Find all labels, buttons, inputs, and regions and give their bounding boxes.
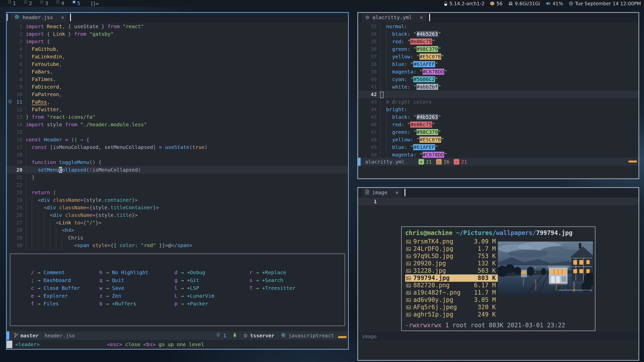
whichkey-item[interactable]: z→Zen <box>99 292 174 300</box>
code-line[interactable]: 44 bright: <box>358 106 638 113</box>
code-line[interactable]: 40 cyan: "#56B6C2" <box>358 75 638 83</box>
close-icon[interactable]: × <box>395 189 398 195</box>
code-line[interactable]: 21 } <box>7 174 348 181</box>
whichkey-item[interactable]: g→+Git <box>174 276 249 284</box>
status-text: Tue September 14 12:00PM <box>575 1 641 6</box>
code-line[interactable]: 1import React, { useState } from "react" <box>7 23 348 30</box>
code-line[interactable]: 48 yellow: "#E5C07B" <box>358 136 638 143</box>
workspace-button-1[interactable]: 1 <box>4 0 20 7</box>
code-line[interactable]: 12 FaTwitter, <box>7 106 348 113</box>
code-line[interactable]: 8 FaTimes, <box>7 75 348 83</box>
close-icon[interactable]: × <box>420 14 423 20</box>
whichkey-item[interactable]: f→Files <box>30 300 99 308</box>
code-line[interactable]: 28 <h4> <box>7 226 348 234</box>
whichkey-item[interactable]: h→No Highlight <box>99 269 174 276</box>
token: }> <box>153 205 159 211</box>
tab-image[interactable]: image × <box>362 188 402 197</box>
token: < <box>50 212 53 218</box>
code-line[interactable]: 25 <div className={style.titleContainer}… <box>7 204 348 211</box>
code-line[interactable]: 42 <box>358 91 638 98</box>
workspace-button-4[interactable]: 4 <box>52 0 68 7</box>
code-line[interactable]: 37 yellow: "#E5C07B" <box>358 53 638 60</box>
buffer-area-image[interactable]: 1 chris@machine ~/Pictures/wallpapers/79… <box>358 197 638 332</box>
workspace-button-3[interactable]: 3 <box>36 0 52 7</box>
code-line[interactable]: 9 FaDiscord, <box>7 83 348 91</box>
whichkey-item[interactable]: p→+Packer <box>174 300 249 308</box>
code-line[interactable]: 47 green: "#98C379" <box>358 128 638 136</box>
code-line[interactable]: 29 Chris <box>7 234 348 242</box>
code-line[interactable]: 22 <box>7 181 348 189</box>
code-line[interactable]: 24 <div className={style.container}> <box>7 196 348 204</box>
tab-alacritty-yml[interactable]: ⚙ alacritty.yml × <box>362 13 427 22</box>
whichkey-item[interactable]: ;→Dashboard <box>30 276 99 284</box>
code-line[interactable]: 19 function toggleMenu() { <box>7 158 348 166</box>
code-line[interactable]: 14import style from "./header.module.les… <box>7 121 348 128</box>
code-line[interactable]: 5 FaLinkedin, <box>7 53 348 60</box>
file-row[interactable]: ad6v90y.jpg3.05 M <box>405 296 595 304</box>
file-row[interactable]: AFq5r6j.jpeg320 K <box>405 304 595 311</box>
code-line[interactable]: 49 blue: "#61AFEF" <box>358 143 638 151</box>
token: , <box>50 69 53 75</box>
code-line[interactable]: 50 magenta: "#C678DD" <box>358 151 638 158</box>
tabline: image × <box>358 188 638 197</box>
whichkey-item[interactable]: r→+Replace <box>249 269 295 276</box>
code-line[interactable]: 45 black: "#4b5263" <box>358 113 638 121</box>
code-area-alacritty[interactable]: 33 normal:34 black: "#4b5263"35 red: "#e… <box>358 22 638 158</box>
whichkey-item[interactable]: T→+Treesitter <box>249 284 295 292</box>
tab-header-jsx[interactable]: header.jsx × <box>11 13 67 22</box>
code-line[interactable]: 11 FaRss, <box>7 98 348 106</box>
code-line[interactable]: 43 # Bright colors <box>358 98 638 106</box>
code-line[interactable]: 30 <span style={{ color: "red" }}>@</spa… <box>7 242 348 249</box>
code-line[interactable]: 3import { <box>7 38 348 45</box>
workspace-button-5[interactable]: 5 <box>68 0 85 7</box>
code-line[interactable]: 33 normal: <box>358 23 638 30</box>
whichkey-item[interactable]: l→+LSP <box>174 284 249 292</box>
code-line[interactable]: 16const Header = () ⇒ { <box>7 136 348 143</box>
code-line[interactable]: 6 FaYoutube, <box>7 60 348 68</box>
code-line[interactable]: 41 white: "#abb2bf" <box>358 83 638 91</box>
code-text: green: "#98C379" <box>377 45 441 53</box>
token: : <box>404 144 410 150</box>
whichkey-item[interactable]: d→+Debug <box>174 269 249 276</box>
file-row[interactable]: aghr5Ip.jpg249 K <box>405 311 595 318</box>
code-line[interactable]: 35 red: "#e06c75" <box>358 38 638 45</box>
code-line[interactable]: 2import { Link } from "gatsby" <box>7 30 348 38</box>
token: = <box>159 144 165 150</box>
whichkey-item[interactable]: b→+Buffers <box>99 300 174 308</box>
code-line[interactable]: 23 return ( <box>7 189 348 196</box>
line-number: 6 <box>13 60 22 68</box>
code-line[interactable]: 1 <box>358 198 638 205</box>
line-number: 25 <box>13 204 22 211</box>
token: " <box>435 61 438 67</box>
whichkey-item[interactable]: w→Save <box>99 284 174 292</box>
token: } <box>98 23 107 29</box>
token: : <box>401 122 407 128</box>
whichkey-item[interactable]: /→Comment <box>30 269 99 276</box>
code-line[interactable]: 27 <Link to={"/"}> <box>7 219 348 226</box>
code-line[interactable]: 26 <div className={style.title}> <box>7 211 348 219</box>
code-line[interactable]: 39 magenta: "#C678DD" <box>358 68 638 75</box>
close-icon[interactable]: × <box>61 14 64 20</box>
code-line[interactable]: 38 blue: "#61AFEF" <box>358 60 638 68</box>
whichkey-item[interactable]: q→Quit <box>99 276 174 284</box>
code-line[interactable]: 17 const [isMenuCollapsed, setMenuCollap… <box>7 143 348 151</box>
tab-label: image <box>372 189 387 195</box>
token: " <box>438 129 441 135</box>
workspace-button-2[interactable]: 2 <box>20 0 36 7</box>
arrow-icon: → <box>37 300 40 308</box>
whichkey-item[interactable]: e→Explorer <box>30 292 99 300</box>
code-line[interactable]: 10 FaPatreon, <box>7 91 348 98</box>
whichkey-item[interactable]: L→+LunarVim <box>174 292 249 300</box>
code-line[interactable]: 46 red: "#e06c75" <box>358 121 638 128</box>
code-line[interactable]: 18 <box>7 151 348 158</box>
code-line[interactable]: 13} from "react-icons/fa" <box>7 113 348 121</box>
token: . <box>101 197 104 203</box>
code-line[interactable]: 34 black: "#4b5263" <box>358 30 638 38</box>
code-line[interactable]: 36 green: "#98C379" <box>358 45 638 53</box>
code-line[interactable]: 7 FaBars, <box>7 68 348 75</box>
code-line[interactable]: 20 setMenuCollapsed(!isMenuCollapsed) <box>7 166 348 174</box>
code-line[interactable]: 4 FaGithub, <box>7 45 348 53</box>
whichkey-item[interactable]: s→+Search <box>249 276 295 284</box>
code-line[interactable]: 15 <box>7 128 348 136</box>
whichkey-item[interactable]: c→Close Buffer <box>30 284 99 292</box>
